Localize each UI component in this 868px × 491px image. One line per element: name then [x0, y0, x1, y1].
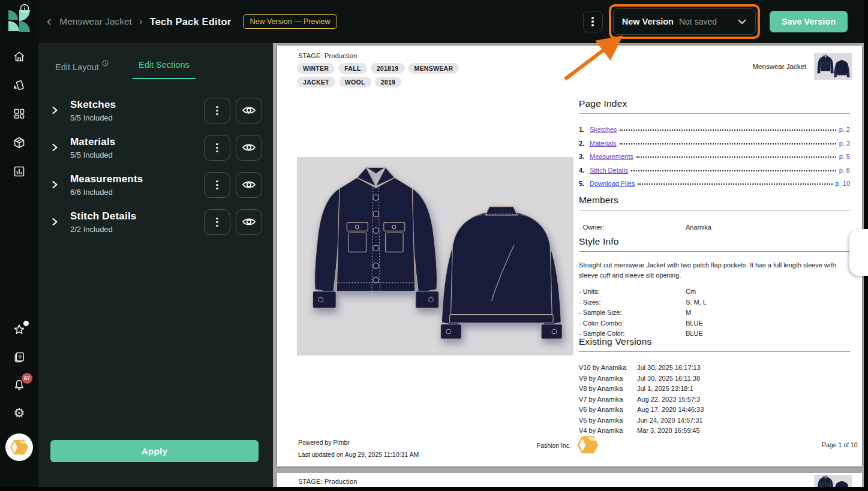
stage-label: STAGE: Production	[298, 52, 358, 59]
info-icon[interactable]	[20, 4, 29, 16]
section-visibility-button[interactable]	[236, 98, 262, 123]
expand-chevron-icon[interactable]	[51, 217, 59, 227]
members-section: Members - Owner: Anamika	[579, 195, 850, 234]
section-heading: Style Info	[579, 236, 850, 247]
section-kebab-button[interactable]	[204, 172, 230, 198]
index-link[interactable]: Measurements	[590, 153, 633, 160]
index-row: 2. Materials p. 3	[579, 140, 850, 147]
last-updated-label: Last updated on Aug 29, 2025 11:10:31 AM	[298, 451, 419, 458]
expand-chevron-icon[interactable]	[51, 143, 59, 152]
panel-tabs: Edit Layout Edit Sections	[38, 43, 273, 79]
existing-versions-section: Existing Versions V10 by AnamikaJul 30, …	[579, 336, 850, 438]
sketch-image	[297, 157, 573, 356]
settings-icon[interactable]: ⚙	[13, 406, 26, 419]
index-number: 4.	[579, 167, 590, 174]
index-number: 1.	[579, 126, 590, 133]
app-window: ? 87 ⚙ ‹ Menswear Jacket › Tech Pack Edi…	[0, 0, 868, 491]
version-dropdown[interactable]: New Version Not saved	[613, 8, 756, 35]
style-value: Cm	[686, 288, 696, 295]
annotation-highlight: New Version Not saved	[609, 4, 760, 39]
tag-pill: FALL	[338, 63, 367, 74]
save-version-button[interactable]: Save Version	[770, 11, 848, 32]
index-page: p. 8	[839, 167, 850, 174]
tab-edit-sections[interactable]: Edit Sections	[133, 60, 196, 79]
section-heading: Members	[579, 195, 850, 206]
style-value: M	[686, 309, 691, 316]
document-viewport[interactable]: STAGE: Production WINTER FALL 201819 MEN…	[273, 43, 868, 491]
index-page: p. 3	[839, 140, 850, 147]
tab-edit-layout[interactable]: Edit Layout	[55, 60, 109, 79]
tag-pill: JACKET	[297, 77, 335, 88]
tag-pill: MENSWEAR	[409, 63, 459, 74]
section-heading: Existing Versions	[579, 336, 850, 347]
section-visibility-button[interactable]	[236, 172, 262, 198]
section-subtitle: 6/6 Included	[70, 188, 199, 197]
page-number-label: Page 1 of 10	[822, 441, 858, 448]
section-kebab-button[interactable]	[204, 135, 230, 161]
breadcrumb-separator-icon: ›	[139, 16, 143, 28]
account-avatar[interactable]	[5, 433, 33, 461]
version-row: V4 by AnamikaMar 3, 2020 16:59:45	[579, 427, 850, 434]
chart-icon[interactable]	[13, 165, 26, 178]
style-label: - Units:	[579, 288, 686, 295]
section-visibility-button[interactable]	[236, 135, 262, 161]
chevron-down-icon	[737, 16, 747, 27]
section-row-measurements: Measurements6/6 Included	[51, 172, 262, 198]
section-row-stitch-details: Stitch Details2/2 Included	[51, 209, 262, 235]
section-title: Sketches	[70, 99, 199, 111]
preview-status-badge: New Version — Preview	[243, 14, 337, 29]
version-dropdown-status: Not saved	[679, 17, 737, 26]
index-link[interactable]: Download Files	[590, 180, 635, 187]
section-kebab-button[interactable]	[204, 209, 230, 235]
edit-panel: Edit Layout Edit Sections Sketches5/5 In…	[38, 43, 273, 491]
expand-chevron-icon[interactable]	[51, 106, 59, 115]
section-subtitle: 2/2 Included	[70, 225, 199, 234]
techpack-page-1: STAGE: Production WINTER FALL 201819 MEN…	[277, 46, 862, 466]
tag-pill: WOOL	[339, 77, 371, 88]
version-row: V7 by AnamikaAug 22, 2023 15:57:3	[579, 396, 850, 403]
breadcrumb-parent[interactable]: Menswear Jacket	[59, 16, 132, 27]
star-dot-badge	[23, 321, 29, 326]
index-link[interactable]: Stitch Details	[590, 167, 628, 174]
version-dropdown-label: New Version	[622, 17, 674, 26]
powered-by-label: Powered by Plmbr	[298, 439, 350, 446]
section-title: Materials	[70, 136, 199, 148]
page-title: Tech Pack Editor	[150, 16, 232, 28]
section-heading: Page Index	[579, 98, 850, 109]
index-row: 1. Sketches p. 2	[579, 126, 850, 133]
icon-rail: ? 87 ⚙	[0, 0, 38, 491]
section-kebab-button[interactable]	[204, 98, 230, 123]
owner-value: Anamika	[686, 224, 711, 231]
bell-icon[interactable]: 87	[13, 378, 26, 391]
back-icon[interactable]: ‹	[47, 15, 51, 28]
style-label: - Sizes:	[579, 299, 686, 306]
product-thumbnail	[814, 53, 852, 80]
index-number: 3.	[579, 153, 590, 160]
expand-chevron-icon[interactable]	[51, 180, 59, 189]
home-icon[interactable]	[13, 50, 26, 63]
index-row: 3. Measurements p. 5	[579, 153, 850, 160]
dashboard-icon[interactable]	[13, 107, 26, 121]
help-icon[interactable]: ?	[13, 351, 26, 364]
index-link[interactable]: Sketches	[590, 126, 617, 133]
version-row: V10 by AnamikaJul 30, 2025 16:17:13	[579, 364, 850, 371]
shake-phone-icon[interactable]	[13, 79, 26, 92]
index-link[interactable]: Materials	[590, 140, 617, 147]
section-visibility-button[interactable]	[236, 209, 262, 235]
layout-info-icon	[101, 62, 109, 68]
style-label: - Color Combo:	[579, 320, 686, 327]
package-icon[interactable]	[13, 136, 26, 149]
apply-button[interactable]: Apply	[50, 440, 259, 462]
page-index-section: Page Index 1. Sketches p. 2 2. M	[579, 98, 850, 194]
version-row: V5 by AnamikaJun 24, 2020 14:57:31	[579, 417, 850, 424]
section-subtitle: 5/5 Included	[70, 150, 199, 159]
version-row: V8 by AnamikaJul 1, 2025 23:18:1	[579, 385, 850, 392]
style-label: - Sample Size:	[579, 309, 686, 316]
header-kebab-menu-button[interactable]	[583, 11, 603, 32]
collapsed-panel-handle[interactable]	[849, 229, 868, 276]
style-value: S, M, L	[686, 299, 707, 306]
index-page: p. 5	[839, 153, 850, 160]
index-row: 4. Stitch Details p. 8	[579, 167, 850, 174]
star-icon[interactable]	[13, 323, 26, 336]
svg-text:?: ?	[18, 354, 21, 360]
